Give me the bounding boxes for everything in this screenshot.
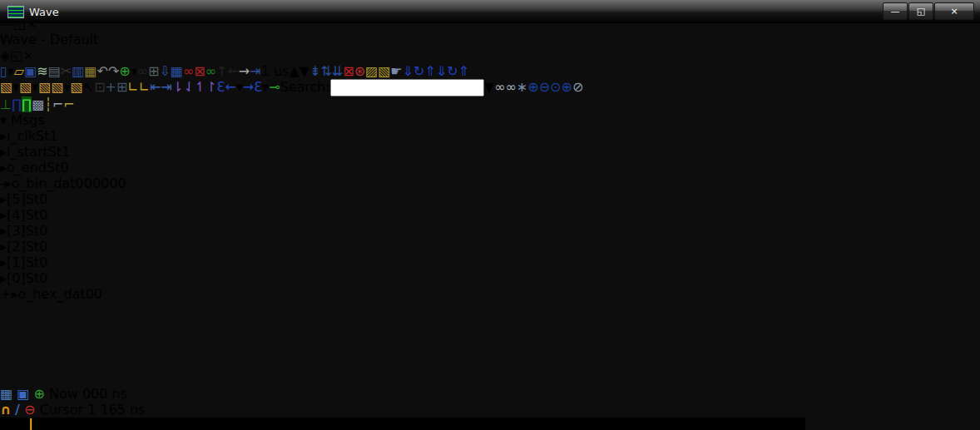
zoom-full-button[interactable]: ⊙	[550, 79, 561, 95]
chevron-down-icon[interactable]: ▾	[0, 112, 7, 128]
minimize-button[interactable]: —	[883, 2, 908, 20]
restore-zoom-cursor-button[interactable]: ⇟	[309, 63, 320, 79]
pane-float-button[interactable]: ◈	[0, 47, 10, 63]
find-in-files-button[interactable]: ∞	[183, 63, 194, 79]
pane-close-button[interactable]: ×	[22, 47, 33, 63]
expanded-time-events-button[interactable]: ⌐	[52, 96, 63, 112]
search-dropdown[interactable]: ▼	[484, 79, 494, 95]
add-copy-button[interactable]: ▧	[38, 79, 51, 95]
search-options-button[interactable]: ∗	[517, 79, 527, 95]
pane-dock-button[interactable]: ◱	[10, 47, 22, 63]
edit-mode-button[interactable]: ⊞	[116, 79, 127, 95]
reload-button[interactable]: ≋	[37, 63, 47, 79]
signal-row-o_hex_dat[interactable]: +▸o_hex_dat00	[0, 286, 980, 302]
delete-cursor-2-button[interactable]: ∟	[139, 79, 150, 95]
add-cursor-icon[interactable]: ⊕	[33, 386, 44, 402]
link-environment-button[interactable]: ∞	[205, 63, 216, 79]
remove-icon[interactable]: ⊖	[24, 402, 35, 418]
restore-button[interactable]: ◱	[908, 2, 933, 20]
spinbox-arrows[interactable]: ▲▼	[289, 63, 309, 79]
next-falling-edge-button[interactable]: ⇃	[183, 79, 194, 95]
back-button[interactable]: ←	[227, 63, 238, 79]
show-readers-button[interactable]: ▧	[378, 63, 390, 79]
delete-contents-button[interactable]: ⊠	[194, 63, 205, 79]
up-level-button[interactable]: ↑	[216, 63, 227, 79]
signal-row-3[interactable]: ▸[3]St0	[0, 223, 980, 239]
next-event-button[interactable]: ⇑	[458, 63, 469, 79]
forward-button[interactable]: →	[239, 63, 250, 79]
select-mode-button[interactable]: ↖	[83, 79, 94, 95]
insert-cursor-button[interactable]: ∟	[127, 79, 138, 95]
prev-rising-edge-button[interactable]: ↿	[195, 79, 205, 95]
signal-row-4[interactable]: ▸[4]St0	[0, 207, 980, 223]
transition-jump-button[interactable]: ↻	[413, 63, 424, 79]
lock-icon[interactable]: ∩	[0, 402, 11, 418]
cursor-name-box[interactable]: Cursor 1	[40, 402, 97, 418]
wave-canvas[interactable]: 0000001...0...0...0...0...0...0000000...…	[0, 418, 805, 430]
pattern-fill-button[interactable]: ▩	[32, 96, 44, 112]
expand-toggle[interactable]: +	[0, 286, 11, 302]
signal-row-2[interactable]: ▸[2]St0	[0, 239, 980, 255]
search-input[interactable]	[330, 79, 484, 96]
paste-button[interactable]: ▦	[84, 63, 97, 79]
add-selected-button[interactable]: ⊕▾	[119, 63, 136, 79]
find-button[interactable]: ∞	[137, 63, 148, 79]
zoom-out-button[interactable]: ⊖	[539, 79, 550, 95]
pane-header[interactable]: Wave - Default ◈◱×	[0, 32, 980, 63]
signal-row-0[interactable]: ▸[0]St0	[0, 270, 980, 286]
add-save-format-button[interactable]: ▧▾	[51, 79, 70, 95]
pan-mode-button[interactable]: +	[106, 79, 116, 95]
signal-row-o_end[interactable]: ▸o_endSt0	[0, 160, 980, 175]
next-transition-button[interactable]: ⇑	[424, 63, 435, 79]
cursor-up-down-button[interactable]: ⇅	[320, 63, 331, 79]
zoom-in-button[interactable]: ⊕	[527, 79, 538, 95]
cut-button[interactable]: ✂	[61, 63, 72, 79]
delete-cursor-button[interactable]: ⊠	[343, 63, 354, 79]
signal-row-i_start[interactable]: ▸i_startSt1	[0, 144, 980, 160]
expanded-time-deltas-button[interactable]: ┆	[44, 96, 52, 112]
prev-edge-button[interactable]: ⇤	[150, 79, 161, 95]
show-drivers-button[interactable]: ▨	[365, 63, 378, 79]
pulse-view-blue-button[interactable]: ∏	[12, 96, 22, 112]
pan-hand-button[interactable]: ☛	[390, 63, 402, 79]
add-cut-button[interactable]: ▧▾	[19, 79, 38, 95]
signal-panel-header[interactable]: ▾ Msgs	[0, 112, 980, 128]
add-insert-button[interactable]: ▧	[71, 79, 83, 95]
prev-event-button[interactable]: ⇓	[436, 63, 447, 79]
log-all-button[interactable]: ⇩	[159, 63, 170, 79]
redo-button[interactable]: ↷	[108, 63, 119, 79]
next-rising-edge-button[interactable]: ↾	[205, 79, 216, 95]
prev-falling-edge-button[interactable]: ⇂	[172, 79, 183, 95]
close-button[interactable]: ×	[934, 2, 974, 20]
next-edge-button[interactable]: ⇥	[161, 79, 172, 95]
search-prev-button[interactable]: ∞	[494, 79, 505, 95]
signal-row-o_bin_dat[interactable]: -▸o_bin_dat000000	[0, 175, 980, 191]
monitor-icon[interactable]: ▣	[17, 386, 29, 402]
titlebar[interactable]: Wave —◱×	[0, 0, 980, 23]
prev-transition-button[interactable]: ⇓	[403, 63, 413, 79]
signal-row-1[interactable]: ▸[1]St0	[0, 255, 980, 270]
expanded-time-all-button[interactable]: ⌐	[63, 96, 74, 112]
event-forward-button[interactable]: →Ɛ▾	[243, 79, 269, 95]
wrench-icon[interactable]: /	[15, 402, 20, 418]
add-to-wave-button[interactable]: ▧▾	[0, 79, 19, 95]
zoom-cursor-button[interactable]: ⊕	[561, 79, 572, 95]
open-file-button[interactable]: ▱	[14, 63, 24, 79]
copy-button[interactable]: ▥	[72, 63, 84, 79]
memory-view-button[interactable]: ▦	[171, 63, 183, 79]
new-file-button[interactable]: ▯▾	[0, 63, 14, 79]
save-file-button[interactable]: ▣	[24, 63, 37, 79]
stop-wave-drawing-button[interactable]: ⊛	[354, 63, 365, 79]
signal-row-5[interactable]: ▸[5]St0	[0, 191, 980, 207]
undo-button[interactable]: ↶	[97, 63, 107, 79]
pulse-view-green-button[interactable]: ∏	[22, 96, 32, 112]
show-cause-button[interactable]: ⊸	[269, 79, 280, 95]
print-button[interactable]: ▤	[48, 63, 61, 79]
show-hierarchy-button[interactable]: ⊞	[148, 63, 159, 79]
zoom-mode-button[interactable]: ⊡	[94, 79, 105, 95]
event-jump-button[interactable]: ↻	[447, 63, 458, 79]
zoom-range-button[interactable]: ⊘	[572, 79, 583, 95]
time-range-spinbox[interactable]: 1 us	[261, 63, 290, 79]
goto-time-button[interactable]: ⇥	[250, 63, 260, 79]
search-next-button[interactable]: ∞	[506, 79, 517, 95]
